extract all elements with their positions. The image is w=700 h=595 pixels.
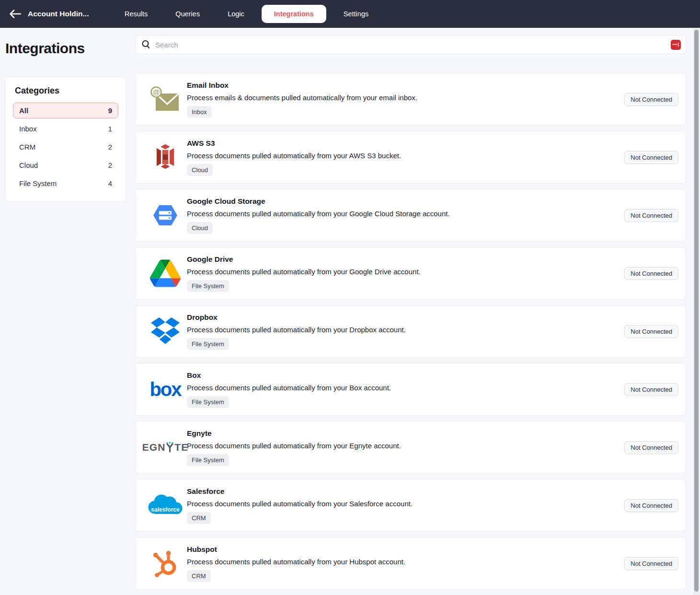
category-label: All	[19, 106, 28, 115]
integration-description: Process documents pulled automatically f…	[187, 442, 624, 450]
connection-status-button[interactable]: Not Connected	[624, 151, 678, 164]
category-count: 1	[108, 125, 112, 133]
hubspot-icon	[145, 549, 186, 578]
connection-status-button[interactable]: Not Connected	[624, 499, 678, 512]
integration-category-tag: File System	[187, 454, 229, 466]
integration-name: Hubspot	[187, 545, 624, 554]
integration-name: Dropbox	[187, 313, 624, 322]
google-drive-icon	[145, 259, 186, 287]
nav-tabs: Results Queries Logic Integrations Setti…	[114, 5, 386, 23]
integration-card[interactable]: box Box Process documents pulled automat…	[135, 363, 686, 416]
connection-status-button[interactable]: Not Connected	[624, 557, 678, 570]
google-cloud-storage-icon	[145, 203, 186, 227]
integration-description: Process documents pulled automatically f…	[187, 384, 624, 392]
integration-name: AWS S3	[187, 139, 624, 148]
email-inbox-icon: @	[145, 86, 186, 113]
integration-name: Egnyte	[187, 429, 624, 438]
category-item-crm[interactable]: CRM 2	[13, 139, 118, 155]
category-item-all[interactable]: All 9	[13, 103, 118, 118]
categories-panel: Categories All 9 Inbox 1 CRM 2 Cloud 2 F…	[5, 77, 126, 202]
integration-description: Process documents pulled automatically f…	[187, 210, 624, 218]
egnyte-icon: EGNTE	[145, 442, 186, 453]
integration-name: Box	[187, 371, 624, 380]
category-count: 2	[108, 161, 112, 169]
svg-text:@: @	[153, 88, 160, 96]
search-input[interactable]	[155, 41, 671, 49]
integration-category-tag: Cloud	[187, 164, 213, 176]
integration-category-tag: File System	[187, 280, 229, 292]
document-title: Account Holdin...	[28, 10, 94, 18]
categories-heading: Categories	[15, 86, 118, 96]
tab-settings[interactable]: Settings	[333, 6, 379, 22]
integration-card[interactable]: Google Drive Process documents pulled au…	[135, 247, 686, 300]
integration-description: Process documents pulled automatically f…	[187, 152, 624, 160]
integration-name: Salesforce	[187, 487, 624, 496]
integration-card[interactable]: @ Email Inbox Process emails & documents…	[135, 73, 686, 126]
category-label: CRM	[19, 143, 35, 151]
connection-status-button[interactable]: Not Connected	[624, 93, 678, 106]
integration-category-tag: CRM	[187, 512, 211, 524]
integration-card[interactable]: Google Cloud Storage Process documents p…	[135, 189, 686, 242]
dropbox-icon	[145, 317, 186, 346]
tab-results[interactable]: Results	[114, 6, 158, 22]
integration-card[interactable]: AWS S3 Process documents pulled automati…	[135, 131, 686, 184]
integration-card[interactable]: EGNTE Egnyte Process documents pulled au…	[135, 421, 686, 474]
integration-description: Process documents pulled automatically f…	[187, 558, 624, 566]
category-item-cloud[interactable]: Cloud 2	[13, 157, 118, 173]
svg-text:salesforce: salesforce	[151, 506, 180, 513]
tab-logic[interactable]: Logic	[217, 6, 255, 22]
scrollbar-thumb[interactable]	[694, 30, 699, 592]
tab-queries[interactable]: Queries	[165, 6, 210, 22]
back-button[interactable]	[8, 6, 23, 22]
vertical-scrollbar[interactable]	[693, 28, 700, 595]
integrations-list: @ Email Inbox Process emails & documents…	[135, 73, 686, 590]
salesforce-icon: salesforce	[145, 492, 186, 519]
connection-status-button[interactable]: Not Connected	[624, 383, 678, 396]
integration-category-tag: File System	[187, 396, 229, 408]
integration-description: Process documents pulled automatically f…	[187, 326, 624, 334]
integration-category-tag: CRM	[187, 570, 211, 582]
integration-description: Process documents pulled automatically f…	[187, 268, 624, 276]
connection-status-button[interactable]: Not Connected	[624, 441, 678, 454]
connection-status-button[interactable]: Not Connected	[624, 267, 678, 280]
integration-category-tag: File System	[187, 338, 229, 350]
integration-card[interactable]: Dropbox Process documents pulled automat…	[135, 305, 686, 358]
integration-category-tag: Inbox	[187, 106, 212, 118]
top-nav-bar: Account Holdin... Results Queries Logic …	[0, 0, 700, 28]
integration-card[interactable]: salesforce Salesforce Process documents …	[135, 479, 686, 532]
integration-card[interactable]: Hubspot Process documents pulled automat…	[135, 537, 686, 590]
category-count: 9	[108, 106, 112, 115]
category-label: Inbox	[19, 125, 37, 133]
tab-integrations[interactable]: Integrations	[262, 5, 326, 23]
box-icon: box	[145, 380, 186, 399]
search-bar: •••|	[135, 35, 686, 54]
category-label: File System	[19, 179, 57, 187]
integration-category-tag: Cloud	[187, 222, 213, 234]
back-arrow-icon	[9, 9, 22, 19]
category-item-inbox[interactable]: Inbox 1	[13, 121, 118, 137]
search-icon	[141, 40, 151, 49]
connection-status-button[interactable]: Not Connected	[624, 325, 678, 338]
integration-name: Google Drive	[187, 255, 624, 264]
category-item-file-system[interactable]: File System 4	[13, 175, 118, 191]
integration-description: Process emails & documents pulled automa…	[187, 93, 624, 102]
lastpass-extension-icon[interactable]: •••|	[671, 40, 681, 50]
integration-name: Email Inbox	[187, 81, 624, 90]
integration-name: Google Cloud Storage	[187, 197, 624, 206]
category-count: 4	[108, 179, 112, 187]
aws-s3-icon	[145, 143, 186, 171]
integration-description: Process documents pulled automatically f…	[187, 500, 624, 508]
page-title: Integrations	[5, 40, 85, 57]
category-count: 2	[108, 143, 112, 151]
category-label: Cloud	[19, 161, 38, 169]
connection-status-button[interactable]: Not Connected	[624, 209, 678, 222]
